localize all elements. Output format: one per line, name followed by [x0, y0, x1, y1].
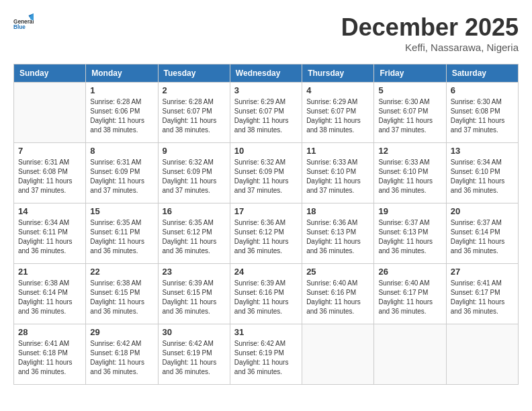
location-subtitle: Keffi, Nassarawa, Nigeria — [341, 42, 519, 53]
calendar-cell: 18Sunrise: 6:36 AM Sunset: 6:13 PM Dayli… — [302, 203, 374, 264]
calendar-cell: 7Sunrise: 6:31 AM Sunset: 6:08 PM Daylig… — [14, 143, 86, 203]
calendar-cell: 28Sunrise: 6:41 AM Sunset: 6:18 PM Dayli… — [14, 324, 86, 385]
day-number: 25 — [306, 267, 369, 277]
day-info: Sunrise: 6:36 AM Sunset: 6:13 PM Dayligh… — [306, 218, 369, 256]
header-day-sunday: Sunday — [14, 64, 86, 83]
day-info: Sunrise: 6:32 AM Sunset: 6:09 PM Dayligh… — [234, 158, 298, 195]
day-number: 1 — [90, 85, 153, 95]
day-info: Sunrise: 6:32 AM Sunset: 6:09 PM Dayligh… — [163, 158, 226, 195]
calendar-cell: 5Sunrise: 6:30 AM Sunset: 6:07 PM Daylig… — [374, 83, 446, 143]
day-info: Sunrise: 6:40 AM Sunset: 6:16 PM Dayligh… — [306, 279, 369, 316]
day-info: Sunrise: 6:41 AM Sunset: 6:17 PM Dayligh… — [451, 279, 514, 316]
calendar-cell — [302, 324, 374, 385]
calendar-cell: 9Sunrise: 6:32 AM Sunset: 6:09 PM Daylig… — [158, 143, 230, 203]
day-info: Sunrise: 6:42 AM Sunset: 6:19 PM Dayligh… — [234, 339, 298, 377]
calendar-cell: 6Sunrise: 6:30 AM Sunset: 6:08 PM Daylig… — [446, 83, 518, 143]
day-number: 4 — [306, 85, 369, 95]
day-number: 26 — [378, 267, 441, 277]
day-number: 10 — [234, 146, 298, 156]
day-number: 7 — [18, 146, 81, 156]
calendar-cell: 26Sunrise: 6:40 AM Sunset: 6:17 PM Dayli… — [374, 264, 446, 324]
day-number: 13 — [451, 146, 514, 156]
day-info: Sunrise: 6:28 AM Sunset: 6:07 PM Dayligh… — [163, 97, 226, 135]
calendar-cell: 21Sunrise: 6:38 AM Sunset: 6:14 PM Dayli… — [14, 264, 86, 324]
day-info: Sunrise: 6:35 AM Sunset: 6:11 PM Dayligh… — [90, 218, 153, 256]
day-number: 12 — [378, 146, 441, 156]
calendar-cell: 8Sunrise: 6:31 AM Sunset: 6:09 PM Daylig… — [86, 143, 158, 203]
day-info: Sunrise: 6:38 AM Sunset: 6:14 PM Dayligh… — [18, 279, 81, 316]
calendar-cell: 23Sunrise: 6:39 AM Sunset: 6:15 PM Dayli… — [158, 264, 230, 324]
calendar-cell: 22Sunrise: 6:38 AM Sunset: 6:15 PM Dayli… — [86, 264, 158, 324]
day-info: Sunrise: 6:42 AM Sunset: 6:19 PM Dayligh… — [163, 339, 226, 377]
day-info: Sunrise: 6:36 AM Sunset: 6:12 PM Dayligh… — [234, 218, 298, 256]
calendar-cell: 20Sunrise: 6:37 AM Sunset: 6:14 PM Dayli… — [446, 203, 518, 264]
calendar-cell: 1Sunrise: 6:28 AM Sunset: 6:06 PM Daylig… — [86, 83, 158, 143]
day-number: 18 — [306, 206, 369, 216]
calendar-cell: 14Sunrise: 6:34 AM Sunset: 6:11 PM Dayli… — [14, 203, 86, 264]
week-row-4: 28Sunrise: 6:41 AM Sunset: 6:18 PM Dayli… — [14, 324, 519, 385]
header-row: SundayMondayTuesdayWednesdayThursdayFrid… — [14, 64, 519, 83]
header-day-tuesday: Tuesday — [158, 64, 230, 83]
day-info: Sunrise: 6:41 AM Sunset: 6:18 PM Dayligh… — [18, 339, 81, 377]
calendar-cell: 16Sunrise: 6:35 AM Sunset: 6:12 PM Dayli… — [158, 203, 230, 264]
header-day-monday: Monday — [86, 64, 158, 83]
calendar-cell: 2Sunrise: 6:28 AM Sunset: 6:07 PM Daylig… — [158, 83, 230, 143]
day-number: 22 — [90, 267, 153, 277]
day-info: Sunrise: 6:39 AM Sunset: 6:16 PM Dayligh… — [234, 279, 298, 316]
day-number: 20 — [451, 206, 514, 216]
day-number: 16 — [163, 206, 226, 216]
day-info: Sunrise: 6:31 AM Sunset: 6:08 PM Dayligh… — [18, 158, 81, 195]
calendar-cell — [446, 324, 518, 385]
day-info: Sunrise: 6:42 AM Sunset: 6:18 PM Dayligh… — [90, 339, 153, 377]
calendar-cell: 25Sunrise: 6:40 AM Sunset: 6:16 PM Dayli… — [302, 264, 374, 324]
calendar-cell — [14, 83, 86, 143]
calendar-cell: 11Sunrise: 6:33 AM Sunset: 6:10 PM Dayli… — [302, 143, 374, 203]
day-number: 3 — [234, 85, 298, 95]
calendar-cell: 4Sunrise: 6:29 AM Sunset: 6:07 PM Daylig… — [302, 83, 374, 143]
day-number: 8 — [90, 146, 153, 156]
day-info: Sunrise: 6:30 AM Sunset: 6:07 PM Dayligh… — [378, 97, 441, 135]
day-number: 31 — [234, 327, 298, 337]
day-info: Sunrise: 6:34 AM Sunset: 6:10 PM Dayligh… — [451, 158, 514, 195]
calendar-cell: 17Sunrise: 6:36 AM Sunset: 6:12 PM Dayli… — [230, 203, 302, 264]
header-day-thursday: Thursday — [302, 64, 374, 83]
day-info: Sunrise: 6:40 AM Sunset: 6:17 PM Dayligh… — [378, 279, 441, 316]
week-row-0: 1Sunrise: 6:28 AM Sunset: 6:06 PM Daylig… — [14, 83, 519, 143]
title-area: December 2025 Keffi, Nassarawa, Nigeria — [341, 13, 519, 53]
calendar-cell: 27Sunrise: 6:41 AM Sunset: 6:17 PM Dayli… — [446, 264, 518, 324]
day-number: 28 — [18, 327, 81, 337]
day-number: 19 — [378, 206, 441, 216]
day-number: 14 — [18, 206, 81, 216]
day-info: Sunrise: 6:33 AM Sunset: 6:10 PM Dayligh… — [306, 158, 369, 195]
page-header: General Blue December 2025 Keffi, Nassar… — [13, 13, 519, 53]
header-day-friday: Friday — [374, 64, 446, 83]
svg-text:Blue: Blue — [13, 24, 26, 30]
day-number: 29 — [90, 327, 153, 337]
calendar-cell: 12Sunrise: 6:33 AM Sunset: 6:10 PM Dayli… — [374, 143, 446, 203]
day-number: 9 — [163, 146, 226, 156]
day-number: 11 — [306, 146, 369, 156]
calendar-cell: 13Sunrise: 6:34 AM Sunset: 6:10 PM Dayli… — [446, 143, 518, 203]
day-number: 30 — [163, 327, 226, 337]
day-info: Sunrise: 6:34 AM Sunset: 6:11 PM Dayligh… — [18, 218, 81, 256]
day-number: 24 — [234, 267, 298, 277]
day-number: 2 — [163, 85, 226, 95]
calendar-cell: 19Sunrise: 6:37 AM Sunset: 6:13 PM Dayli… — [374, 203, 446, 264]
day-number: 17 — [234, 206, 298, 216]
day-info: Sunrise: 6:30 AM Sunset: 6:08 PM Dayligh… — [451, 97, 514, 135]
day-info: Sunrise: 6:29 AM Sunset: 6:07 PM Dayligh… — [234, 97, 298, 135]
calendar-cell: 24Sunrise: 6:39 AM Sunset: 6:16 PM Dayli… — [230, 264, 302, 324]
calendar-cell: 3Sunrise: 6:29 AM Sunset: 6:07 PM Daylig… — [230, 83, 302, 143]
day-number: 6 — [451, 85, 514, 95]
day-info: Sunrise: 6:29 AM Sunset: 6:07 PM Dayligh… — [306, 97, 369, 135]
header-day-saturday: Saturday — [446, 64, 518, 83]
day-number: 21 — [18, 267, 81, 277]
week-row-1: 7Sunrise: 6:31 AM Sunset: 6:08 PM Daylig… — [14, 143, 519, 203]
calendar-header: SundayMondayTuesdayWednesdayThursdayFrid… — [14, 64, 519, 83]
header-day-wednesday: Wednesday — [230, 64, 302, 83]
calendar-cell: 30Sunrise: 6:42 AM Sunset: 6:19 PM Dayli… — [158, 324, 230, 385]
day-number: 23 — [163, 267, 226, 277]
day-info: Sunrise: 6:37 AM Sunset: 6:13 PM Dayligh… — [378, 218, 441, 256]
calendar-cell: 29Sunrise: 6:42 AM Sunset: 6:18 PM Dayli… — [86, 324, 158, 385]
calendar-cell: 31Sunrise: 6:42 AM Sunset: 6:19 PM Dayli… — [230, 324, 302, 385]
